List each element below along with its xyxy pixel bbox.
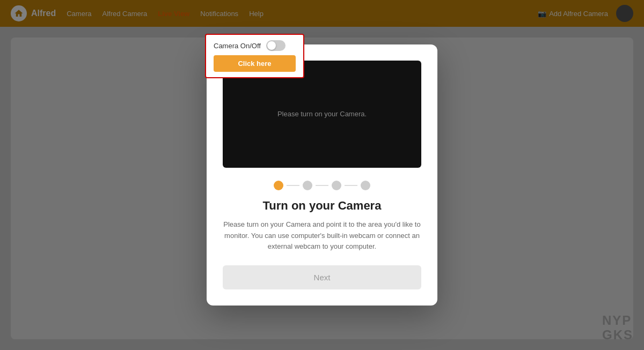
step-dot-2 <box>303 181 312 190</box>
camera-toggle-box: Camera On/Off Click here <box>205 34 304 78</box>
click-here-button[interactable]: Click here <box>214 55 296 72</box>
modal-overlay: Please turn on your Camera. Turn on your… <box>0 0 644 350</box>
watermark-line2: GKS <box>602 328 633 342</box>
toggle-label: Camera On/Off <box>214 42 261 50</box>
camera-placeholder-text: Please turn on your Camera. <box>277 110 367 118</box>
modal-title: Turn on your Camera <box>223 199 421 213</box>
step-indicators <box>223 181 421 190</box>
step-dot-4 <box>361 181 370 190</box>
step-connector-2 <box>316 185 328 186</box>
step-connector-1 <box>287 185 299 186</box>
step-dot-1 <box>274 181 283 190</box>
step-connector-3 <box>345 185 357 186</box>
modal-description: Please turn on your Camera and point it … <box>223 219 421 252</box>
next-button[interactable]: Next <box>223 265 421 289</box>
setup-modal: Please turn on your Camera. Turn on your… <box>207 44 437 306</box>
toggle-row: Camera On/Off <box>214 40 296 51</box>
watermark: NYP GKS <box>602 314 633 342</box>
watermark-line1: NYP <box>602 314 633 327</box>
camera-toggle-switch[interactable] <box>266 40 286 51</box>
step-dot-3 <box>332 181 341 190</box>
